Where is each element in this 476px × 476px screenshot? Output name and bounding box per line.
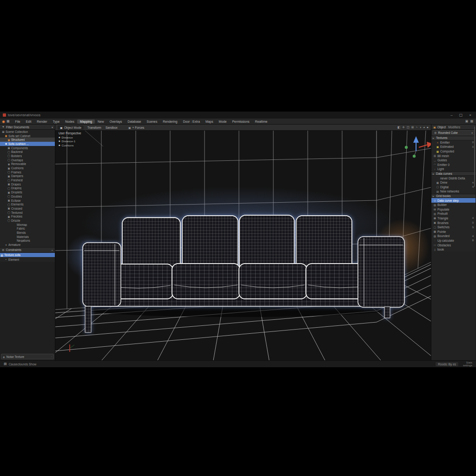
menu-item[interactable]: Overlays — [107, 119, 125, 124]
property-row[interactable]: ▢ Digital 4 — [431, 185, 476, 190]
property-row[interactable]: ▭ Obstacles — [431, 243, 476, 247]
add-button[interactable]: + — [51, 249, 53, 251]
outliner-row[interactable]: ▣ Freckles — [0, 214, 55, 218]
property-row[interactable]: ▨ Bounded 4 — [431, 234, 476, 238]
blender-logo-icon[interactable]: ◉ — [2, 119, 5, 124]
outliner-row[interactable]: ▣ Eclipse — [0, 198, 55, 203]
overlays-toggle-icon[interactable]: ◧ — [397, 126, 400, 129]
property-row[interactable]: ◠ Emitter 0 — [431, 163, 476, 167]
outliner-row[interactable]: ◯ Bolsters — [0, 154, 55, 158]
viewport-menu-sandbox[interactable]: Sandbox — [106, 126, 118, 129]
property-row[interactable]: never Distrib Delta — [431, 176, 476, 180]
outliner-row[interactable]: ▣ Drapes — [0, 182, 55, 186]
outliner-row[interactable]: ◯ Backrest — [0, 150, 55, 154]
outliner-row[interactable]: ▣ Structured — [0, 138, 55, 142]
outliner-row[interactable]: ◯ Draping — [0, 186, 55, 191]
outliner-row[interactable]: Blends — [0, 231, 55, 235]
menu-item[interactable]: Edit — [23, 119, 34, 124]
outliner-row[interactable]: ▦ Components — [0, 146, 55, 150]
viewport-canvas[interactable] — [55, 131, 431, 360]
close-button[interactable]: × — [469, 113, 471, 117]
maximize-button[interactable]: ▢ — [459, 113, 463, 117]
property-row[interactable]: ▸ Textures — [431, 136, 476, 140]
outliner-row[interactable]: Materials — [0, 235, 55, 239]
outliner-row[interactable]: ◉ Removable — [0, 162, 55, 166]
outliner-row[interactable]: ◯ Textured — [0, 211, 55, 215]
menu-item[interactable]: Realtime — [252, 119, 271, 124]
menu-item[interactable]: Mode — [216, 119, 230, 124]
field-clear-icon[interactable]: ◦ — [51, 355, 52, 358]
viewport-3d[interactable]: ▣ Object Mode Transform Sandbox ▣ + Forc… — [55, 125, 431, 360]
outliner-row[interactable]: ◯ Elements — [0, 202, 55, 206]
forces-control[interactable]: ▣ + Forces — [128, 126, 145, 129]
filter-dropdown-icon[interactable]: ▾ — [52, 126, 53, 129]
outliner-row[interactable]: Negations — [0, 239, 55, 243]
snap-grid-icon[interactable]: ⊞ — [411, 126, 414, 129]
property-row[interactable]: ▣ Estimated 0 — [431, 145, 476, 149]
shading-wireframe-icon[interactable]: ◔ — [416, 126, 417, 129]
shading-rendered-icon[interactable]: ● — [427, 126, 429, 129]
property-row[interactable]: ▢ Switches 9 — [431, 225, 476, 230]
outliner-row[interactable]: ◯ Doubles — [0, 194, 55, 198]
property-row[interactable]: ▧ Builder — [431, 203, 476, 207]
menu-item[interactable]: Rendering — [160, 119, 180, 124]
property-row[interactable]: ▦ Drew 4 — [431, 180, 476, 185]
property-row[interactable]: ◌ Up calculate 8 — [431, 238, 476, 243]
outliner-row[interactable]: ▣ Dampers — [0, 174, 55, 178]
menu-item[interactable]: Render — [34, 119, 50, 124]
mode-selector[interactable]: ▣ Object Mode — [58, 126, 84, 130]
property-row[interactable]: ▤ Populate — [431, 207, 476, 212]
outliner-row[interactable]: Mixmap — [0, 223, 55, 227]
menu-item[interactable]: Mapping — [77, 119, 95, 124]
property-row[interactable]: ▯ book — [431, 247, 476, 252]
editor-type-icon[interactable]: ▦ — [7, 119, 10, 123]
layout-grid-icon[interactable]: ▦ — [470, 119, 473, 123]
menu-item[interactable]: Scenes — [144, 119, 160, 124]
menu-item[interactable]: Nodes — [62, 119, 77, 124]
viewport-menu-transform[interactable]: Transform — [87, 126, 101, 129]
outliner-row[interactable]: ▣ Droplets — [0, 190, 55, 194]
properties-breadcrumb[interactable]: ▣ Object Modifiers — [431, 125, 476, 130]
menu-item[interactable]: Maps — [203, 119, 216, 124]
noise-texture-field[interactable]: ◈ Noise Texture ◦ — [1, 354, 54, 359]
modifier-name-field[interactable]: ⚙ Rounded Cube ▾ — [432, 130, 475, 135]
property-row[interactable]: ▦ Computed — [431, 149, 476, 154]
menu-item[interactable]: Permissions — [230, 119, 252, 124]
properties-scrollbar[interactable] — [474, 126, 475, 187]
outliner-filter-bar[interactable]: ▼ Filter Documents ▾ — [0, 125, 55, 130]
shading-material-icon[interactable]: ◕ — [423, 126, 425, 129]
constraints-panel-header[interactable]: ⚙ Constraints + — [0, 248, 55, 253]
minimize-button[interactable]: – — [450, 113, 452, 117]
constraint-row[interactable]: ▪ Element — [0, 257, 55, 262]
property-row[interactable]: ▤ New networks — [431, 189, 476, 194]
property-row[interactable]: ▥ Prebuilt — [431, 212, 476, 216]
outliner-row[interactable]: ▣ Cushions — [0, 166, 55, 170]
workspace-icon[interactable]: ▣ — [465, 119, 469, 123]
menu-item[interactable]: Door : Extra — [180, 119, 203, 124]
property-row[interactable]: ▸ Data curves — [431, 172, 476, 176]
outliner-row[interactable]: ◯ Frames — [0, 170, 55, 174]
menu-item[interactable]: File — [13, 119, 23, 124]
outliner-row[interactable]: ◯ Drizzle — [0, 218, 55, 223]
shading-solid-icon[interactable]: ◑ — [419, 126, 421, 129]
property-row[interactable]: ▥ 88 mesh — [431, 153, 476, 158]
chevron-down-icon[interactable]: ▾ — [471, 132, 473, 134]
property-row[interactable]: ◡ Guides — [431, 158, 476, 163]
outliner-row[interactable]: ◯ Overlaps — [0, 158, 55, 162]
property-row[interactable]: ▩ Pointe — [431, 229, 476, 234]
menu-item[interactable]: Type — [50, 119, 63, 124]
outliner-row[interactable]: ▣ Sofa set Cabinet — [0, 134, 55, 138]
outliner-row[interactable]: ▤ Scene Collection — [0, 130, 55, 134]
outliner-row[interactable]: ▣ Crossed — [0, 206, 55, 211]
outliner-row[interactable]: ◯ Freshest — [0, 178, 55, 182]
property-row[interactable]: ◒ Emitter 0 — [431, 140, 476, 145]
outliner-row[interactable]: ▾ Armature — [0, 243, 55, 247]
outliner-row[interactable]: ◆ Sofa cushion ... — [0, 142, 55, 146]
property-row[interactable]: ▣ Brushes 0 — [431, 220, 476, 225]
menu-item[interactable]: Database — [125, 119, 144, 124]
outliner-row[interactable]: Fabric — [0, 227, 55, 231]
property-row[interactable]: ◦ Light — [431, 167, 476, 172]
menu-item[interactable]: New — [95, 119, 107, 124]
property-row[interactable]: ◇ Data curve step — [431, 198, 476, 203]
xray-toggle-icon[interactable]: ◫ — [407, 126, 410, 129]
